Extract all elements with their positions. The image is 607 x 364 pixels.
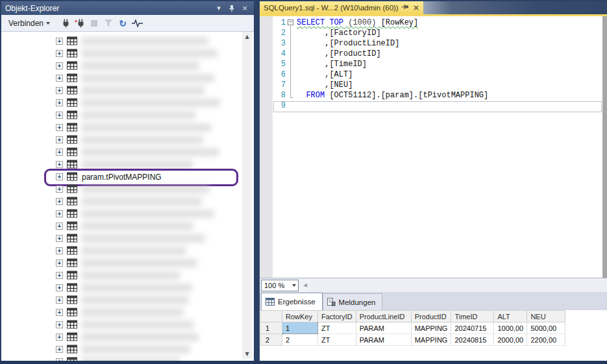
expand-icon[interactable]: + (56, 124, 63, 131)
fold-collapse-icon[interactable]: − (288, 19, 293, 25)
expand-icon[interactable]: + (56, 223, 63, 230)
code-line[interactable]: 4 ,[ProductID] (260, 49, 607, 59)
scroll-down-icon[interactable]: ▼ (242, 349, 252, 359)
tab-messages[interactable]: Meldungen (323, 293, 383, 310)
tree-item-table[interactable]: + (1, 234, 242, 245)
window-menu-icon[interactable]: ▾ (214, 3, 224, 13)
tree-item-table[interactable]: + (1, 332, 242, 344)
stop-icon[interactable] (88, 17, 101, 30)
expand-icon[interactable]: + (56, 62, 63, 69)
tree-scrollbar[interactable]: ▲ ▼ (242, 32, 252, 359)
expand-icon[interactable]: + (56, 186, 63, 193)
tree-item-table[interactable]: + (1, 258, 242, 270)
activity-monitor-icon[interactable] (130, 17, 143, 30)
grid-column-header[interactable]: ProductID (411, 311, 451, 322)
expand-icon[interactable]: + (56, 321, 63, 328)
grid-cell[interactable]: PARAM (356, 322, 411, 334)
tree-item-table[interactable]: + (1, 209, 242, 221)
tree-item-table[interactable]: + (1, 320, 242, 332)
grid-column-header[interactable] (261, 311, 282, 322)
tree-item-table[interactable]: + (1, 147, 242, 159)
grid-cell[interactable]: 20240715 (451, 322, 494, 334)
expand-icon[interactable]: + (56, 87, 63, 94)
code-line[interactable]: 7 ,[NEU] (260, 80, 607, 90)
query-document-tab[interactable]: SQLQuery1.sql - W...2 (W10\admin (60)) × (260, 1, 423, 14)
expand-icon[interactable]: + (56, 334, 63, 341)
code-line[interactable]: 8 FROM [OCT51112].[param].[tPivotMAPPING… (260, 90, 607, 101)
expand-icon[interactable]: + (56, 50, 63, 57)
grid-cell[interactable]: MAPPING (411, 322, 451, 334)
refresh-icon[interactable]: ↻ (116, 17, 129, 30)
tree-item-table[interactable]: + (1, 135, 242, 147)
tree-item-table[interactable]: + (1, 49, 242, 60)
tree-item-table[interactable]: + (1, 86, 242, 97)
grid-cell[interactable]: 1000,00 (494, 322, 527, 334)
disconnect-plug-icon[interactable]: × (73, 17, 86, 30)
grid-column-header[interactable]: ProductLineID (356, 311, 411, 322)
tree-item-table[interactable]: + (1, 123, 242, 134)
grid-row-header[interactable]: 1 (261, 322, 282, 334)
tree-item-table[interactable]: + (1, 98, 242, 110)
expand-icon[interactable]: + (56, 260, 63, 267)
grid-cell[interactable]: 1 (282, 322, 318, 334)
sql-editor[interactable]: 1SELECT TOP (1000) [RowKey]2 ,[FactoryID… (260, 16, 607, 278)
expand-icon[interactable]: + (56, 309, 63, 316)
tree-item-table[interactable]: + (1, 308, 242, 319)
tab-close-icon[interactable]: × (412, 3, 421, 12)
grid-column-header[interactable]: RowKey (282, 311, 318, 322)
expand-icon[interactable]: + (56, 75, 63, 82)
expand-icon[interactable]: + (56, 346, 63, 353)
tree-item-table[interactable]: + (1, 221, 242, 233)
expand-icon[interactable]: + (56, 173, 63, 180)
expand-icon[interactable]: + (56, 198, 63, 205)
object-explorer-titlebar[interactable]: Objekt-Explorer ▾ × (1, 1, 254, 15)
code-line[interactable]: 1SELECT TOP (1000) [RowKey] (260, 18, 607, 28)
grid-cell[interactable]: 5000,00 (527, 322, 565, 334)
tree-item-table[interactable]: + (1, 110, 242, 122)
code-line[interactable]: 6 ,[ALT] (260, 69, 607, 80)
expand-icon[interactable]: + (56, 235, 63, 242)
tab-results[interactable]: Ergebnisse (261, 293, 323, 310)
grid-cell[interactable]: ZT (318, 322, 356, 334)
tab-pin-icon[interactable] (401, 4, 410, 12)
scroll-up-icon[interactable]: ▲ (242, 32, 252, 42)
grid-row-header[interactable]: 2 (261, 334, 282, 346)
expand-icon[interactable]: + (56, 112, 63, 119)
expand-icon[interactable]: + (56, 297, 63, 304)
object-explorer-tree[interactable]: ++++++++++++param.tPivotMAPPING+++++++++… (1, 32, 254, 361)
filter-icon[interactable] (102, 17, 115, 30)
results-grid[interactable]: RowKeyFactoryIDProductLineIDProductIDTim… (260, 310, 565, 346)
grid-cell[interactable]: 2 (282, 334, 318, 346)
grid-cell[interactable]: MAPPING (411, 334, 451, 346)
expand-icon[interactable]: + (56, 272, 63, 279)
tree-item-table[interactable]: + (1, 61, 242, 73)
grid-cell[interactable]: PARAM (356, 334, 411, 346)
grid-column-header[interactable]: NEU (527, 311, 565, 322)
grid-cell[interactable]: 20240815 (451, 334, 494, 346)
tree-item-table[interactable]: + (1, 184, 242, 196)
tree-item-table[interactable]: + (1, 345, 242, 356)
expand-icon[interactable]: + (56, 99, 63, 106)
expand-icon[interactable]: + (56, 284, 63, 291)
grid-column-header[interactable]: ALT (494, 311, 527, 322)
grid-cell[interactable]: 2000,00 (494, 334, 527, 346)
expand-icon[interactable]: + (56, 161, 63, 168)
code-line[interactable]: 5 ,[TimeID] (260, 59, 607, 69)
close-icon[interactable]: × (240, 3, 250, 13)
expand-icon[interactable]: + (56, 210, 63, 217)
tree-item-table[interactable]: + (1, 197, 242, 208)
grid-cell[interactable]: 2200,00 (527, 334, 565, 346)
zoom-dropdown-icon[interactable] (290, 280, 298, 291)
code-line[interactable]: 2 ,[FactoryID] (260, 28, 607, 38)
expand-icon[interactable]: + (56, 247, 63, 254)
tree-item-table[interactable]: + (1, 36, 242, 48)
grid-column-header[interactable]: FactoryID (318, 311, 356, 322)
tree-item-table[interactable]: + (1, 73, 242, 85)
zoom-level-select[interactable]: 100 % (261, 280, 299, 291)
expand-icon[interactable]: + (56, 149, 63, 156)
tree-item-table[interactable]: + (1, 295, 242, 307)
code-line[interactable]: 3 ,[ProductLineID] (260, 38, 607, 49)
tree-item-table[interactable]: +param.tPivotMAPPING (1, 172, 242, 184)
expand-icon[interactable]: + (56, 38, 63, 45)
expand-icon[interactable]: + (56, 136, 63, 143)
